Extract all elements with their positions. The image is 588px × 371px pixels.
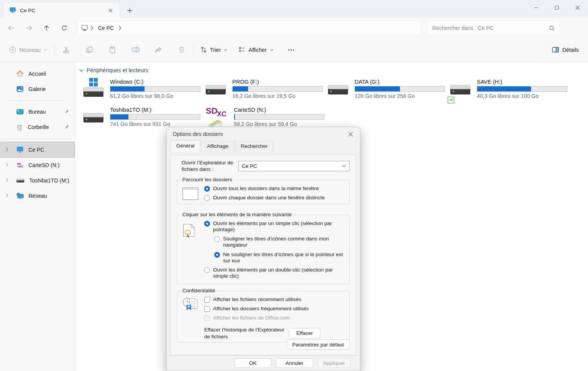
- desktop-icon: [16, 109, 24, 115]
- drive-free-space: 741 Go libres sur 931 Go: [110, 121, 200, 127]
- hard-drive-icon: [16, 178, 25, 183]
- tab-title: Ce PC: [20, 8, 102, 13]
- restore-defaults-button[interactable]: Paramètres par défaut: [287, 340, 350, 349]
- tab-display[interactable]: Affichage: [201, 141, 234, 151]
- search-input[interactable]: [432, 25, 549, 31]
- sidebar-item-cartesd[interactable]: SDXC CarteSD (N:): [0, 157, 75, 173]
- radio-underline-browser[interactable]: Souligner les titres d’icônes comme dans…: [214, 236, 345, 248]
- drive-usage-bar: [110, 114, 200, 120]
- checkbox-icon: [204, 306, 210, 312]
- open-explorer-label: Ouvrir l’Explorateur de fichiers dans :: [182, 160, 238, 173]
- checkbox-label: Afficher les dossiers fréquemment utilis…: [213, 306, 309, 312]
- radio-same-window[interactable]: Ouvrir tous les dossiers dans la même fe…: [204, 186, 345, 192]
- sidebar-item-recycle-bin[interactable]: Corbeille: [0, 119, 75, 135]
- new-tab-button[interactable]: [125, 5, 135, 15]
- network-icon: [16, 192, 24, 199]
- pc-icon: [81, 25, 88, 31]
- drive-prog-f[interactable]: PROG (F:) 16,2 Go libres sur 19,5 Go: [205, 78, 328, 102]
- drive-toshiba-m[interactable]: Toshiba1TO (M:) 741 Go libres sur 931 Go: [83, 106, 205, 130]
- checkbox-recent-files[interactable]: Afficher les fichiers récemment utilisés: [204, 296, 345, 303]
- this-pc-icon: [9, 7, 16, 13]
- view-button[interactable]: Afficher: [235, 42, 277, 58]
- more-options-icon[interactable]: [283, 42, 300, 58]
- checkbox-frequent-folders[interactable]: Afficher les dossiers fréquemment utilis…: [204, 306, 345, 312]
- radio-icon: [204, 267, 210, 273]
- svg-text:A: A: [133, 48, 136, 52]
- drive-free-space: 40,3 Go libres sur 100 Go: [477, 93, 567, 99]
- privacy-group: Confidentialité Afficher les fichiers ré…: [177, 291, 350, 343]
- close-icon[interactable]: [567, 0, 588, 15]
- up-icon[interactable]: [39, 21, 54, 35]
- drive-windows-c[interactable]: Windows (C:) 61,2 Go libres sur 98,0 Go: [83, 78, 205, 102]
- radio-single-click[interactable]: Ouvrir les éléments par un simple clic (…: [204, 220, 345, 233]
- radio-label: Souligner les titres d’icônes comme dans…: [223, 236, 345, 248]
- drive-save-h[interactable]: SAVE (H:) 40,3 Go libres sur 100 Go: [450, 78, 572, 102]
- sidebar-item-home[interactable]: Accueil: [0, 66, 75, 81]
- sidebar-item-label: CarteSD (N:): [28, 162, 60, 168]
- radio-label: Ne souligner les titres d’icônes que si …: [223, 252, 345, 264]
- apply-button[interactable]: Appliquer: [317, 358, 351, 368]
- drive-free-space: 61,2 Go libres sur 98,0 Go: [110, 93, 200, 99]
- forward-icon[interactable]: [22, 21, 36, 35]
- minimize-icon[interactable]: [526, 0, 546, 15]
- sidebar-item-network[interactable]: Réseau: [0, 188, 75, 204]
- dialog-close-icon[interactable]: [344, 129, 357, 139]
- dialog-titlebar[interactable]: Options des dossiers: [167, 127, 360, 141]
- drive-cartesd-n[interactable]: SDXC CarteSD (N:) 59,2 Go libres sur 59,…: [205, 106, 328, 130]
- rename-icon[interactable]: A: [127, 42, 144, 58]
- svg-text:XC: XC: [217, 110, 227, 117]
- explorer-tab[interactable]: Ce PC: [4, 3, 119, 18]
- drive-free-space: 59,2 Go libres sur 59,4 Go: [234, 121, 324, 127]
- breadcrumb-item-this-pc[interactable]: Ce PC: [96, 24, 116, 32]
- sidebar-item-label: Galerie: [28, 86, 46, 92]
- tab-search[interactable]: Rechercher: [235, 141, 273, 151]
- share-icon[interactable]: [150, 42, 167, 58]
- checkbox-office-files: Afficher les fichiers de Office.com: [204, 315, 345, 321]
- details-pane-button[interactable]: Détails: [548, 42, 583, 58]
- dialog-title: Options des dossiers: [173, 131, 344, 137]
- paste-icon[interactable]: [104, 42, 121, 58]
- radio-double-click[interactable]: Ouvrir les éléments par un double-clic (…: [204, 267, 345, 279]
- chevron-down-icon: [342, 165, 346, 167]
- new-button[interactable]: Nouveau: [5, 42, 51, 58]
- tree-expand-icon[interactable]: [5, 193, 8, 198]
- sidebar-item-gallery[interactable]: Galerie: [0, 81, 75, 97]
- drive-data-g[interactable]: DATA (G:) 128 Go libres sur 258 Go: [328, 78, 450, 102]
- this-pc-icon: [16, 147, 24, 153]
- click-document-icon: [182, 224, 196, 240]
- refresh-icon[interactable]: [57, 21, 72, 35]
- sidebar-item-label: Toshiba1TO (M:): [29, 177, 69, 184]
- pin-icon: [64, 124, 69, 129]
- tab-general[interactable]: Général: [170, 140, 200, 151]
- cut-icon[interactable]: [58, 42, 75, 58]
- maximize-icon[interactable]: [546, 0, 567, 15]
- tree-expand-icon[interactable]: [5, 178, 8, 182]
- sidebar-item-desktop[interactable]: Bureau: [0, 104, 75, 119]
- section-devices-and-drives[interactable]: Périphériques et lecteurs: [79, 67, 588, 73]
- sd-card-icon: SDXC: [16, 162, 24, 169]
- tree-expand-icon[interactable]: [5, 162, 8, 167]
- delete-icon[interactable]: [173, 42, 190, 58]
- drive-grid: Windows (C:) 61,2 Go libres sur 98,0 Go …: [83, 78, 588, 130]
- copy-icon[interactable]: [81, 42, 98, 58]
- tab-close-icon[interactable]: [105, 5, 115, 15]
- ok-button[interactable]: OK: [234, 358, 272, 368]
- cancel-button[interactable]: Annuler: [276, 358, 313, 368]
- sidebar-item-label: Corbeille: [28, 124, 49, 130]
- radio-label: Ouvrir chaque dossier dans une fenêtre d…: [213, 195, 325, 201]
- open-explorer-select[interactable]: Ce PC: [238, 161, 350, 171]
- radio-new-window[interactable]: Ouvrir chaque dossier dans une fenêtre d…: [204, 195, 345, 201]
- radio-underline-hover[interactable]: Ne souligner les titres d’icônes que si …: [214, 252, 345, 264]
- breadcrumb[interactable]: Ce PC: [77, 21, 421, 35]
- tree-expand-icon[interactable]: [5, 147, 8, 152]
- sidebar-item-this-pc[interactable]: Ce PC: [0, 142, 75, 157]
- clear-history-button[interactable]: Effacer: [289, 328, 320, 338]
- new-button-label: Nouveau: [19, 47, 41, 53]
- search-icon[interactable]: [549, 25, 555, 31]
- sort-button-label: Trier: [210, 47, 221, 53]
- hard-drive-icon: [328, 84, 348, 95]
- drive-name: PROG (F:): [232, 79, 323, 85]
- sidebar-item-toshiba[interactable]: Toshiba1TO (M:): [0, 173, 75, 188]
- back-icon[interactable]: [4, 21, 18, 35]
- sort-button[interactable]: Trier: [197, 42, 231, 58]
